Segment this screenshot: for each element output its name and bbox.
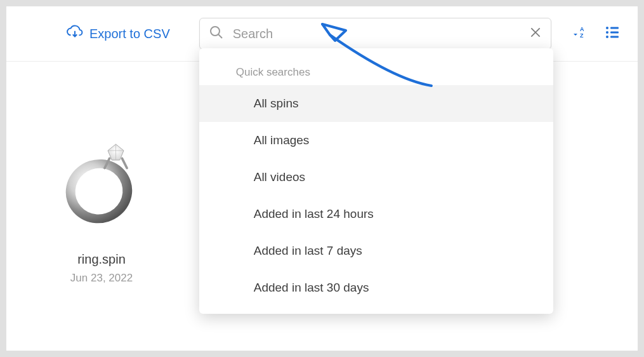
svg-line-1 [218, 34, 222, 38]
export-csv-button[interactable]: Export to CSV [67, 24, 170, 44]
toolbar: Export to CSV Quic [6, 6, 638, 62]
quick-search-item[interactable]: All images [199, 122, 553, 159]
dropdown-header: Quick searches [199, 66, 553, 85]
svg-point-10 [606, 36, 608, 38]
svg-text:A: A [580, 26, 584, 32]
quick-search-item[interactable]: Added in last 30 days [199, 269, 553, 306]
file-name: ring.spin [32, 252, 171, 267]
svg-rect-7 [610, 27, 619, 29]
quick-search-item[interactable]: Added in last 7 days [199, 232, 553, 269]
sort-button[interactable]: A Z [572, 25, 587, 43]
search-input[interactable] [233, 27, 520, 41]
app-window: Export to CSV Quic [6, 6, 638, 351]
file-item[interactable]: ring.spin Jun 23, 2022 [32, 125, 171, 285]
svg-rect-11 [610, 36, 619, 38]
svg-point-0 [211, 27, 220, 36]
search-box[interactable] [199, 18, 551, 50]
quick-search-item[interactable]: All spins [199, 85, 553, 122]
svg-text:Z: Z [580, 32, 584, 39]
file-thumbnail [44, 125, 159, 239]
export-csv-label: Export to CSV [89, 27, 170, 41]
list-view-button[interactable] [605, 25, 620, 43]
search-icon [209, 25, 224, 43]
cloud-download-icon [67, 24, 83, 44]
toolbar-actions: A Z [572, 25, 620, 43]
quick-search-dropdown: Quick searches All spins All images All … [199, 48, 553, 314]
quick-search-item[interactable]: Added in last 24 hours [199, 196, 553, 232]
svg-point-8 [606, 31, 608, 34]
svg-rect-9 [610, 32, 619, 34]
clear-search-button[interactable] [529, 26, 542, 41]
quick-search-item[interactable]: All videos [199, 159, 553, 196]
svg-point-6 [606, 27, 608, 29]
search-container: Quick searches All spins All images All … [199, 18, 551, 50]
file-date: Jun 23, 2022 [32, 272, 171, 285]
